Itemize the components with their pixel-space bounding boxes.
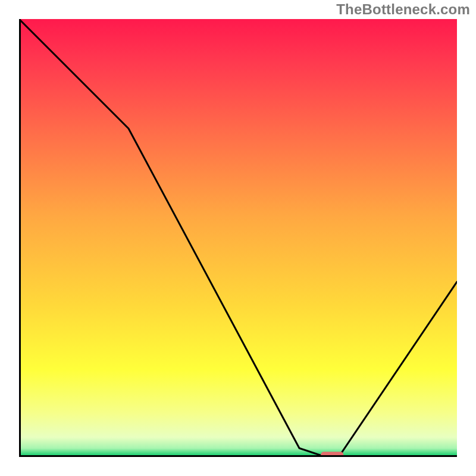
bottleneck-chart: TheBottleneck.com — [0, 0, 476, 476]
chart-canvas — [19, 19, 457, 457]
optimal-marker — [321, 452, 343, 457]
watermark-text: TheBottleneck.com — [336, 1, 470, 18]
